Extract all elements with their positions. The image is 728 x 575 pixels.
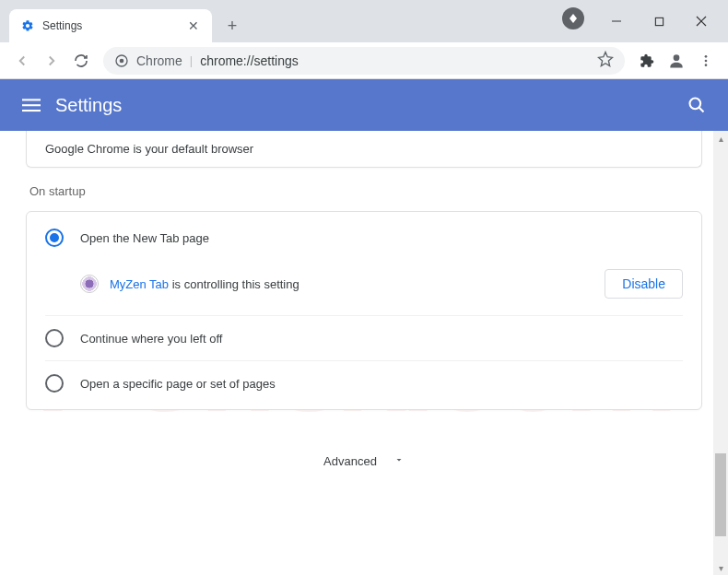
- search-button[interactable]: [678, 87, 715, 123]
- radio-option-continue[interactable]: Continue where you left off: [45, 315, 683, 360]
- disable-button[interactable]: Disable: [605, 269, 683, 299]
- window-titlebar: Settings ✕ +: [0, 0, 728, 42]
- extension-name-link[interactable]: MyZen Tab: [110, 277, 169, 291]
- radio-label: Open the New Tab page: [80, 231, 209, 245]
- scrollbar[interactable]: ▴ ▾: [713, 131, 728, 575]
- forward-button[interactable]: [37, 46, 66, 76]
- close-icon[interactable]: ✕: [186, 18, 201, 33]
- svg-rect-1: [655, 18, 663, 25]
- svg-point-13: [690, 99, 701, 110]
- window-controls: [562, 0, 728, 42]
- chrome-icon: [114, 53, 129, 68]
- back-button[interactable]: [7, 46, 37, 76]
- radio-option-new-tab[interactable]: Open the New Tab page: [45, 216, 683, 260]
- gear-icon: [20, 18, 35, 33]
- omnibox[interactable]: Chrome | chrome://settings: [103, 47, 625, 75]
- profile-badge[interactable]: [562, 7, 584, 29]
- omnibox-url: chrome://settings: [200, 53, 299, 68]
- extensions-icon[interactable]: [632, 46, 662, 76]
- svg-line-14: [699, 108, 704, 112]
- reload-button[interactable]: [66, 46, 96, 76]
- content-area: PCrisk.com Google Chrome is your default…: [0, 131, 728, 575]
- advanced-label: Advanced: [323, 454, 377, 468]
- startup-card: Open the New Tab page MyZen Tab is contr…: [26, 211, 702, 410]
- svg-point-7: [705, 55, 708, 58]
- radio-icon: [45, 374, 64, 393]
- default-browser-text: Google Chrome is your default browser: [45, 142, 683, 156]
- radio-label: Open a specific page or set of pages: [80, 377, 276, 391]
- svg-point-5: [120, 58, 124, 63]
- scrollbar-thumb[interactable]: [715, 453, 726, 536]
- extension-note-text: is controlling this setting: [169, 277, 299, 291]
- radio-label: Continue where you left off: [80, 332, 222, 346]
- browser-tab[interactable]: Settings ✕: [9, 9, 212, 42]
- scroll-down-arrow[interactable]: ▾: [713, 560, 728, 575]
- default-browser-card: Google Chrome is your default browser: [26, 131, 702, 168]
- advanced-toggle[interactable]: Advanced: [26, 427, 702, 496]
- extension-controlling-note: MyZen Tab is controlling this setting Di…: [45, 260, 683, 315]
- svg-point-6: [674, 54, 680, 61]
- svg-point-8: [705, 59, 708, 62]
- tab-title: Settings: [42, 19, 186, 32]
- profile-icon[interactable]: [662, 46, 691, 76]
- page-title: Settings: [55, 95, 122, 116]
- maximize-button[interactable]: [638, 6, 680, 36]
- scroll-up-arrow[interactable]: ▴: [713, 131, 728, 146]
- svg-point-9: [705, 64, 708, 66]
- radio-icon: [45, 229, 64, 247]
- close-window-button[interactable]: [680, 6, 722, 36]
- omnibox-prefix: Chrome: [136, 53, 182, 68]
- address-bar: Chrome | chrome://settings: [0, 42, 728, 79]
- extension-icon: [80, 275, 99, 293]
- section-title-startup: On startup: [26, 184, 702, 198]
- bookmark-star-icon[interactable]: [597, 51, 614, 70]
- svg-rect-12: [22, 110, 41, 111]
- hamburger-menu-button[interactable]: [13, 87, 50, 123]
- settings-header: Settings: [0, 79, 728, 131]
- omnibox-separator: |: [190, 53, 193, 67]
- chevron-down-icon: [393, 454, 405, 468]
- new-tab-button[interactable]: +: [219, 13, 245, 39]
- radio-option-specific-page[interactable]: Open a specific page or set of pages: [45, 360, 683, 405]
- menu-icon[interactable]: [691, 46, 721, 76]
- svg-rect-10: [22, 99, 41, 100]
- minimize-button[interactable]: [595, 6, 638, 36]
- radio-icon: [45, 329, 64, 347]
- svg-rect-11: [22, 104, 41, 106]
